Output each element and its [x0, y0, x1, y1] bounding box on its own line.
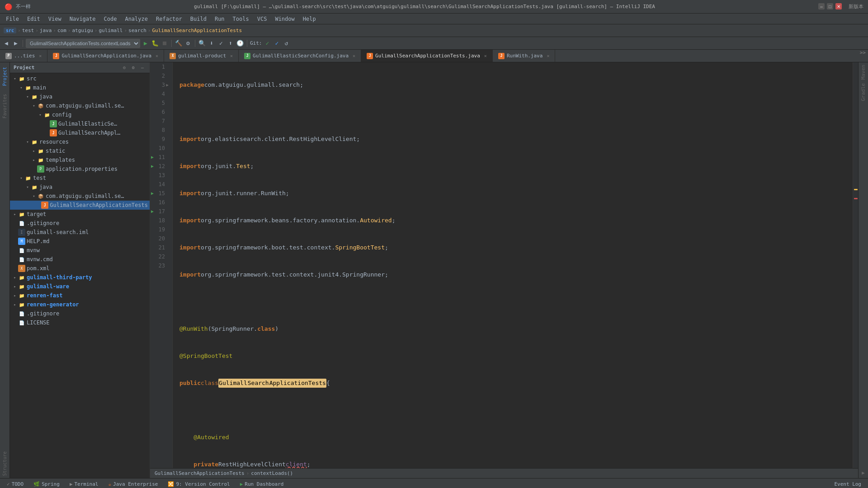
tree-item-mvnw-cmd[interactable]: 📄 mvnw.cmd	[10, 255, 150, 264]
tree-item-application-props[interactable]: P application.properties	[10, 164, 150, 174]
event-log-tab[interactable]: Event Log	[830, 480, 866, 488]
vcs-commit-button[interactable]: ✓	[217, 39, 225, 47]
debug-button[interactable]: 🐛	[151, 39, 159, 47]
favorites-panel-icon[interactable]: Favorites	[1, 92, 8, 121]
tree-item-gitignore[interactable]: 📄 .gitignore	[10, 219, 150, 228]
tree-item-pom-xml[interactable]: X pom.xml	[10, 264, 150, 273]
forward-button[interactable]: ▶	[12, 39, 20, 47]
tab-overflow[interactable]: >>	[858, 50, 868, 62]
project-panel-icon[interactable]: Project	[1, 65, 8, 88]
menu-file[interactable]: File	[2, 15, 23, 23]
panel-gear-icon[interactable]: ⚙	[130, 64, 137, 71]
tree-item-pkg-main[interactable]: ▾ 📦 com.atguigu.gulimall.se…	[10, 101, 150, 110]
tree-item-pkg-test[interactable]: ▾ 📦 com.atguigu.gulimall.se…	[10, 192, 150, 201]
right-panel-icon-1[interactable]: Maven	[860, 65, 866, 80]
terminal-label: Terminal	[75, 481, 99, 487]
menu-code[interactable]: Code	[100, 15, 121, 23]
tab-close-search-app[interactable]: ✕	[156, 53, 158, 58]
nav-src[interactable]: src	[4, 28, 16, 33]
nav-java[interactable]: java	[40, 28, 52, 33]
run-config-select[interactable]: GulimallSearchApplicationTests.contextLo…	[26, 39, 140, 48]
git-check-icon[interactable]: ✓	[273, 39, 281, 47]
search-button[interactable]: 🔍	[198, 39, 206, 47]
tree-item-gitignore-2[interactable]: 📄 .gitignore	[10, 309, 150, 318]
menu-tools[interactable]: Tools	[229, 15, 253, 23]
tree-item-elastic-config[interactable]: J GulimallElasticSe…	[10, 119, 150, 128]
nav-search[interactable]: search	[128, 28, 146, 33]
menu-help[interactable]: Help	[299, 15, 320, 23]
nav-test[interactable]: test	[22, 28, 34, 33]
tree-item-mvnw[interactable]: 📄 mvnw	[10, 246, 150, 255]
menu-view[interactable]: View	[45, 15, 65, 23]
right-panel-icon-2[interactable]: Gradle	[860, 83, 866, 101]
git-history-icon[interactable]: ↺	[283, 39, 291, 47]
vcs-update-button[interactable]: ⬇	[208, 39, 216, 47]
build-button[interactable]: 🔨	[175, 39, 183, 47]
tree-item-resources[interactable]: ▾ 📁 resources	[10, 137, 150, 146]
panel-collapse-icon[interactable]: –	[139, 64, 146, 71]
menu-run[interactable]: Run	[211, 15, 228, 23]
menu-edit[interactable]: Edit	[24, 15, 44, 23]
bottom-tab-terminal[interactable]: ▶ Terminal	[65, 480, 103, 488]
tree-item-third-party[interactable]: ▸ 📁 gulimall-third-party	[10, 273, 150, 282]
tree-item-java-test[interactable]: ▾ 📁 java	[10, 183, 150, 192]
menu-refactor[interactable]: Refactor	[152, 15, 186, 23]
minimize-button[interactable]: –	[818, 3, 825, 9]
tab-gulimall-product[interactable]: X gulimall-product ✕	[164, 50, 239, 62]
tree-item-static[interactable]: ▸ 📁 static	[10, 146, 150, 155]
tree-item-renren-fast[interactable]: ▸ 📁 renren-fast	[10, 291, 150, 300]
tree-item-license[interactable]: 📄 LICENSE	[10, 318, 150, 327]
tab-properties[interactable]: P ...ties ✕	[0, 50, 47, 62]
tab-search-tests[interactable]: J GulimallSearchApplicationTests.java ✕	[361, 50, 493, 62]
nav-class[interactable]: GulimallSearchApplicationTests	[152, 28, 242, 33]
tree-item-java-main[interactable]: ▾ 📁 java	[10, 92, 150, 101]
tree-item-main[interactable]: ▾ 📁 main	[10, 83, 150, 92]
tab-elastic-search-config[interactable]: J GulimallElasticSearchConfig.java ✕	[239, 50, 361, 62]
menu-vcs[interactable]: VCS	[254, 15, 271, 23]
close-button[interactable]: ✕	[835, 3, 842, 9]
menu-build[interactable]: Build	[187, 15, 210, 23]
stop-button[interactable]: ⏹	[160, 39, 169, 47]
tab-close-elastic-config[interactable]: ✕	[353, 53, 355, 58]
vcs-push-button[interactable]: ⬆	[226, 39, 235, 47]
run-button[interactable]: ▶	[142, 39, 150, 47]
tree-item-renren-generator[interactable]: ▸ 📁 renren-generator	[10, 300, 150, 309]
maximize-button[interactable]: □	[827, 3, 833, 9]
tab-close-runwith[interactable]: ✕	[547, 53, 549, 58]
tree-item-iml[interactable]: I gulimall-search.iml	[10, 228, 150, 237]
structure-panel-icon[interactable]: Structure	[1, 449, 8, 478]
tab-close-properties[interactable]: ✕	[39, 53, 42, 58]
code-content[interactable]: package com.atguigu.gulimall.search; imp…	[173, 62, 853, 468]
tree-item-help-md[interactable]: M HELP.md	[10, 237, 150, 246]
nav-atguigu[interactable]: atguigu	[72, 28, 93, 33]
bottom-tab-version-control[interactable]: 🔀 9: Version Control	[163, 480, 234, 488]
tree-item-target[interactable]: ▸ 📁 target	[10, 210, 150, 219]
tree-item-ware[interactable]: ▸ 📁 gulimall-ware	[10, 282, 150, 291]
back-button[interactable]: ◀	[2, 39, 10, 47]
tree-item-templates[interactable]: ▸ 📁 templates	[10, 155, 150, 164]
tree-item-search-tests[interactable]: J GulimallSearchApplicationTests	[10, 201, 150, 210]
menu-window[interactable]: Window	[271, 15, 298, 23]
menu-navigate[interactable]: Navigate	[66, 15, 99, 23]
tab-gulimall-search-application[interactable]: J GulimallSearchApplication.java ✕	[47, 50, 164, 62]
bottom-tab-run-dashboard[interactable]: ▶ Run Dashboard	[236, 480, 288, 488]
menu-analyze[interactable]: Analyze	[121, 15, 151, 23]
tab-close-search-tests[interactable]: ✕	[484, 53, 487, 58]
bottom-tab-java-enterprise[interactable]: ☕ Java Enterprise	[104, 480, 162, 488]
window-controls[interactable]: – □ ✕ 新版本	[818, 3, 863, 10]
nav-com[interactable]: com	[57, 28, 66, 33]
tree-item-gulimall-search-app[interactable]: J GulimallSearchAppl…	[10, 128, 150, 137]
panel-sync-icon[interactable]: ⊙	[121, 64, 128, 71]
right-panel-bottom-icon[interactable]: ▶	[862, 470, 865, 476]
tree-item-src[interactable]: ▾ 📁 src	[10, 74, 150, 83]
tab-close-product[interactable]: ✕	[230, 53, 233, 58]
git-icon[interactable]: ✓	[264, 39, 272, 47]
bottom-tab-spring[interactable]: 🌿 Spring	[29, 480, 64, 488]
bottom-tab-todo[interactable]: ✓ TODO	[2, 480, 28, 488]
history-button[interactable]: 🕐	[236, 39, 244, 47]
nav-gulimall[interactable]: gulimall	[99, 28, 123, 33]
tree-item-test[interactable]: ▾ 📁 test	[10, 174, 150, 183]
settings-button[interactable]: ⚙	[184, 39, 192, 47]
tab-runwith[interactable]: J RunWith.java ✕	[493, 50, 556, 62]
tree-item-config[interactable]: ▾ 📁 config	[10, 110, 150, 119]
